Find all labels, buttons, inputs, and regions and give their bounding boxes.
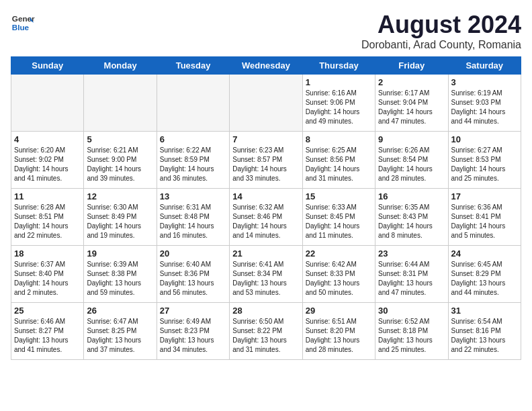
- calendar-cell: [11, 75, 84, 132]
- location-title: Dorobanti, Arad County, Romania: [361, 39, 521, 51]
- day-info: Sunrise: 6:33 AM Sunset: 8:45 PM Dayligh…: [306, 203, 372, 240]
- calendar-cell: 4Sunrise: 6:20 AM Sunset: 9:02 PM Daylig…: [11, 132, 84, 189]
- day-number: 2: [378, 77, 445, 87]
- day-number: 21: [232, 248, 299, 259]
- calendar-table: SundayMondayTuesdayWednesdayThursdayFrid…: [11, 56, 521, 360]
- header: General Blue August 2024 Dorobanti, Arad…: [11, 11, 521, 51]
- calendar-cell: 20Sunrise: 6:40 AM Sunset: 8:36 PM Dayli…: [157, 246, 229, 303]
- calendar-cell: 7Sunrise: 6:23 AM Sunset: 8:57 PM Daylig…: [230, 132, 302, 189]
- day-info: Sunrise: 6:51 AM Sunset: 8:20 PM Dayligh…: [306, 317, 372, 355]
- calendar-cell: [230, 75, 302, 132]
- calendar-cell: 3Sunrise: 6:19 AM Sunset: 9:03 PM Daylig…: [448, 75, 521, 132]
- day-number: 17: [451, 191, 518, 201]
- calendar-cell: 16Sunrise: 6:35 AM Sunset: 8:43 PM Dayli…: [375, 189, 448, 246]
- calendar-cell: [157, 75, 229, 132]
- calendar-cell: 10Sunrise: 6:27 AM Sunset: 8:53 PM Dayli…: [448, 132, 521, 189]
- day-info: Sunrise: 6:35 AM Sunset: 8:43 PM Dayligh…: [378, 203, 445, 240]
- day-info: Sunrise: 6:45 AM Sunset: 8:29 PM Dayligh…: [451, 260, 518, 298]
- calendar-cell: 15Sunrise: 6:33 AM Sunset: 8:45 PM Dayli…: [302, 189, 375, 246]
- day-number: 23: [378, 248, 445, 259]
- weekday-header-row: SundayMondayTuesdayWednesdayThursdayFrid…: [11, 57, 521, 75]
- day-info: Sunrise: 6:19 AM Sunset: 9:03 PM Dayligh…: [451, 89, 518, 126]
- day-number: 31: [451, 306, 518, 316]
- day-info: Sunrise: 6:31 AM Sunset: 8:48 PM Dayligh…: [160, 203, 226, 240]
- calendar-cell: 6Sunrise: 6:22 AM Sunset: 8:59 PM Daylig…: [157, 132, 229, 189]
- day-info: Sunrise: 6:22 AM Sunset: 8:59 PM Dayligh…: [160, 146, 226, 183]
- calendar-cell: 9Sunrise: 6:26 AM Sunset: 8:54 PM Daylig…: [375, 132, 448, 189]
- calendar-cell: 17Sunrise: 6:36 AM Sunset: 8:41 PM Dayli…: [448, 189, 521, 246]
- day-number: 24: [451, 248, 518, 259]
- calendar-cell: 26Sunrise: 6:47 AM Sunset: 8:25 PM Dayli…: [84, 303, 157, 360]
- day-number: 8: [306, 134, 372, 144]
- calendar-cell: 2Sunrise: 6:17 AM Sunset: 9:04 PM Daylig…: [375, 75, 448, 132]
- day-number: 10: [451, 134, 518, 144]
- day-info: Sunrise: 6:42 AM Sunset: 8:33 PM Dayligh…: [306, 260, 372, 298]
- week-row-2: 4Sunrise: 6:20 AM Sunset: 9:02 PM Daylig…: [11, 132, 521, 189]
- day-info: Sunrise: 6:52 AM Sunset: 8:18 PM Dayligh…: [378, 317, 445, 355]
- day-number: 20: [160, 248, 226, 259]
- day-number: 6: [160, 134, 226, 144]
- calendar-cell: 12Sunrise: 6:30 AM Sunset: 8:49 PM Dayli…: [84, 189, 157, 246]
- calendar-cell: 31Sunrise: 6:54 AM Sunset: 8:16 PM Dayli…: [448, 303, 521, 360]
- day-info: Sunrise: 6:47 AM Sunset: 8:25 PM Dayligh…: [87, 317, 153, 355]
- calendar-cell: 8Sunrise: 6:25 AM Sunset: 8:56 PM Daylig…: [302, 132, 375, 189]
- day-info: Sunrise: 6:46 AM Sunset: 8:27 PM Dayligh…: [14, 317, 81, 355]
- week-row-5: 25Sunrise: 6:46 AM Sunset: 8:27 PM Dayli…: [11, 303, 521, 360]
- day-info: Sunrise: 6:27 AM Sunset: 8:53 PM Dayligh…: [451, 146, 518, 183]
- day-number: 18: [14, 248, 81, 259]
- week-row-3: 11Sunrise: 6:28 AM Sunset: 8:51 PM Dayli…: [11, 189, 521, 246]
- logo: General Blue: [11, 11, 35, 35]
- calendar-cell: 19Sunrise: 6:39 AM Sunset: 8:38 PM Dayli…: [84, 246, 157, 303]
- calendar-cell: 24Sunrise: 6:45 AM Sunset: 8:29 PM Dayli…: [448, 246, 521, 303]
- day-number: 9: [378, 134, 445, 144]
- calendar-cell: 23Sunrise: 6:44 AM Sunset: 8:31 PM Dayli…: [375, 246, 448, 303]
- day-info: Sunrise: 6:20 AM Sunset: 9:02 PM Dayligh…: [14, 146, 81, 183]
- day-info: Sunrise: 6:17 AM Sunset: 9:04 PM Dayligh…: [378, 89, 445, 126]
- weekday-header-wednesday: Wednesday: [230, 57, 302, 75]
- day-info: Sunrise: 6:25 AM Sunset: 8:56 PM Dayligh…: [306, 146, 372, 183]
- weekday-header-saturday: Saturday: [448, 57, 521, 75]
- month-title: August 2024: [361, 11, 521, 39]
- svg-text:Blue: Blue: [12, 23, 30, 32]
- calendar-cell: 21Sunrise: 6:41 AM Sunset: 8:34 PM Dayli…: [230, 246, 302, 303]
- day-info: Sunrise: 6:39 AM Sunset: 8:38 PM Dayligh…: [87, 260, 153, 298]
- day-info: Sunrise: 6:54 AM Sunset: 8:16 PM Dayligh…: [451, 317, 518, 355]
- weekday-header-sunday: Sunday: [11, 57, 84, 75]
- week-row-1: 1Sunrise: 6:16 AM Sunset: 9:06 PM Daylig…: [11, 75, 521, 132]
- calendar-cell: 27Sunrise: 6:49 AM Sunset: 8:23 PM Dayli…: [157, 303, 229, 360]
- day-info: Sunrise: 6:28 AM Sunset: 8:51 PM Dayligh…: [14, 203, 81, 240]
- day-info: Sunrise: 6:49 AM Sunset: 8:23 PM Dayligh…: [160, 317, 226, 355]
- title-area: August 2024 Dorobanti, Arad County, Roma…: [361, 11, 521, 51]
- calendar-cell: [84, 75, 157, 132]
- day-number: 25: [14, 306, 81, 316]
- day-info: Sunrise: 6:50 AM Sunset: 8:22 PM Dayligh…: [232, 317, 299, 355]
- day-info: Sunrise: 6:36 AM Sunset: 8:41 PM Dayligh…: [451, 203, 518, 240]
- calendar-cell: 29Sunrise: 6:51 AM Sunset: 8:20 PM Dayli…: [302, 303, 375, 360]
- calendar-cell: 22Sunrise: 6:42 AM Sunset: 8:33 PM Dayli…: [302, 246, 375, 303]
- day-info: Sunrise: 6:21 AM Sunset: 9:00 PM Dayligh…: [87, 146, 153, 183]
- day-number: 26: [87, 306, 153, 316]
- calendar-cell: 28Sunrise: 6:50 AM Sunset: 8:22 PM Dayli…: [230, 303, 302, 360]
- day-number: 15: [306, 191, 372, 201]
- day-info: Sunrise: 6:16 AM Sunset: 9:06 PM Dayligh…: [306, 89, 372, 126]
- day-info: Sunrise: 6:41 AM Sunset: 8:34 PM Dayligh…: [232, 260, 299, 298]
- day-info: Sunrise: 6:26 AM Sunset: 8:54 PM Dayligh…: [378, 146, 445, 183]
- day-number: 19: [87, 248, 153, 259]
- day-number: 30: [378, 306, 445, 316]
- day-number: 3: [451, 77, 518, 87]
- day-info: Sunrise: 6:44 AM Sunset: 8:31 PM Dayligh…: [378, 260, 445, 298]
- day-info: Sunrise: 6:37 AM Sunset: 8:40 PM Dayligh…: [14, 260, 81, 298]
- weekday-header-friday: Friday: [375, 57, 448, 75]
- calendar-cell: 14Sunrise: 6:32 AM Sunset: 8:46 PM Dayli…: [230, 189, 302, 246]
- day-number: 13: [160, 191, 226, 201]
- calendar-cell: 13Sunrise: 6:31 AM Sunset: 8:48 PM Dayli…: [157, 189, 229, 246]
- day-info: Sunrise: 6:30 AM Sunset: 8:49 PM Dayligh…: [87, 203, 153, 240]
- day-number: 4: [14, 134, 81, 144]
- day-info: Sunrise: 6:23 AM Sunset: 8:57 PM Dayligh…: [232, 146, 299, 183]
- day-number: 28: [232, 306, 299, 316]
- day-number: 14: [232, 191, 299, 201]
- day-info: Sunrise: 6:32 AM Sunset: 8:46 PM Dayligh…: [232, 203, 299, 240]
- day-number: 16: [378, 191, 445, 201]
- calendar-cell: 25Sunrise: 6:46 AM Sunset: 8:27 PM Dayli…: [11, 303, 84, 360]
- week-row-4: 18Sunrise: 6:37 AM Sunset: 8:40 PM Dayli…: [11, 246, 521, 303]
